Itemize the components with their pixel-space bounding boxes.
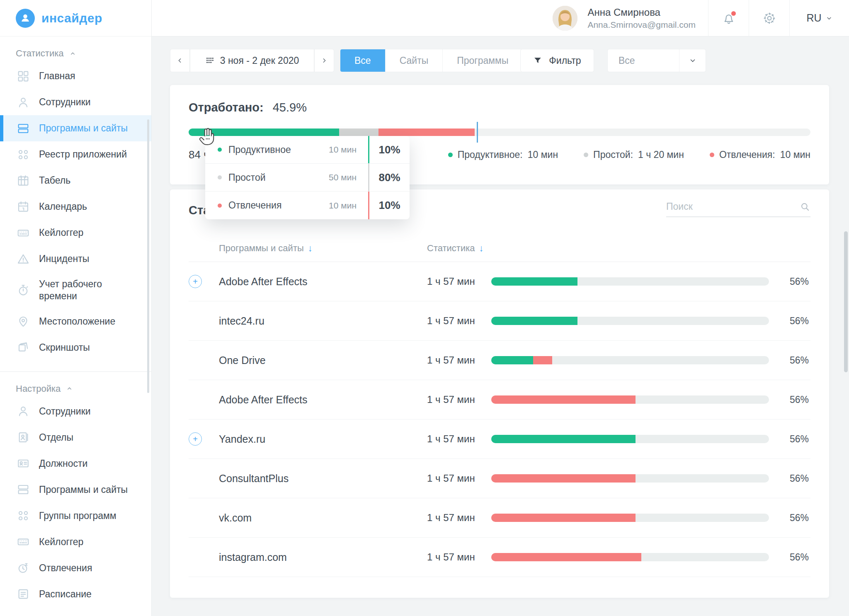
sidebar-section-header[interactable]: Статистика: [0, 48, 151, 63]
sidebar-item-schedule[interactable]: Расписание: [0, 581, 151, 607]
sidebar-item-keyboard[interactable]: Кейлоггер: [0, 529, 151, 555]
row-percent: 56%: [769, 355, 810, 366]
sidebar-item-label: Скриншоты: [39, 342, 90, 354]
sidebar-item-apps[interactable]: Группы программ: [0, 503, 151, 529]
row-bar-segment: [491, 356, 533, 364]
gear-icon: [762, 11, 776, 25]
date-range-picker[interactable]: 3 ноя - 2 дек 2020: [190, 49, 314, 72]
expand-row-button[interactable]: +: [189, 275, 202, 288]
table-row[interactable]: instagram.com1 ч 57 мин56%: [189, 538, 810, 577]
statistics-table-card: Статистика Программы и сайты ↓ Статистик…: [170, 189, 829, 598]
filter-button[interactable]: Фильтр: [520, 49, 594, 72]
sidebar-item-badge[interactable]: Должности: [0, 451, 151, 477]
tooltip-value: 10 мин: [329, 201, 368, 211]
table-row[interactable]: Adobe After Effects1 ч 57 мин56%: [189, 380, 810, 420]
sidebar-nav: СтатистикаГлавнаяСотрудникиПрограммы и с…: [0, 36, 151, 607]
sidebar-item-grid-calendar[interactable]: Табель: [0, 167, 151, 194]
column-header-statistics[interactable]: Статистика ↓: [427, 243, 491, 254]
row-time: 1 ч 57 мин: [427, 315, 491, 327]
sidebar-item-screens[interactable]: Скриншоты: [0, 335, 151, 361]
sort-desc-icon: ↓: [479, 243, 484, 254]
table-row[interactable]: ConsultantPlus1 ч 57 мин56%: [189, 459, 810, 498]
page-scrollbar[interactable]: [844, 231, 848, 372]
tooltip-percent: 10%: [368, 136, 410, 163]
sidebar-item-stopwatch[interactable]: Учет рабочего времени: [0, 272, 151, 308]
tooltip-label: Продуктивное: [228, 144, 291, 155]
progress-marker[interactable]: [477, 122, 478, 143]
legend: Продуктивное:10 минПростой:1 ч 20 минОтв…: [448, 149, 810, 160]
topbar-spacer: [152, 0, 553, 36]
keyboard-icon: [17, 535, 30, 548]
sidebar-item-label: Табель: [39, 175, 70, 187]
sidebar-item-label: Отвлечения: [39, 562, 92, 574]
sidebar-item-pin[interactable]: Местоположение: [0, 308, 151, 335]
row-percent: 56%: [769, 512, 810, 524]
table-row[interactable]: intec24.ru1 ч 57 мин56%: [189, 301, 810, 341]
sidebar-item-apps[interactable]: Реестр приложений: [0, 141, 151, 167]
date-next-button[interactable]: [314, 49, 334, 72]
chevron-down-icon: [689, 57, 696, 64]
row-bar: [491, 317, 769, 325]
sidebar-item-label: Главная: [39, 70, 75, 82]
sidebar-item-user[interactable]: Сотрудники: [0, 398, 151, 424]
bar-tooltip: Продуктивное10 мин10%Простой50 мин80%Отв…: [205, 136, 410, 219]
language-switcher[interactable]: RU: [789, 0, 849, 36]
sidebar-item-windows-active[interactable]: Программы и сайты: [0, 115, 151, 141]
sidebar-section-header[interactable]: Настройка: [0, 383, 151, 398]
scope-select-value: Все: [608, 55, 679, 66]
tooltip-row: Продуктивное10 мин10%: [205, 136, 410, 164]
chevron-right-icon: [321, 57, 327, 64]
screens-icon: [17, 341, 30, 354]
sidebar-item-calendar[interactable]: Календарь: [0, 194, 151, 220]
legend-label: Простой:: [593, 149, 633, 160]
stopwatch-icon: [17, 284, 30, 297]
worked-percent: 45.9%: [273, 101, 307, 114]
sidebar-item-dashboard[interactable]: Главная: [0, 63, 151, 89]
worked-label: Отработано:: [189, 101, 264, 114]
table-row[interactable]: vk.com1 ч 57 мин56%: [189, 498, 810, 538]
schedule-icon: [17, 587, 30, 601]
search-input[interactable]: [666, 201, 800, 212]
row-percent: 56%: [769, 434, 810, 445]
scope-select[interactable]: Все: [607, 49, 706, 72]
table-row[interactable]: +Adobe After Effects1 ч 57 мин56%: [189, 262, 810, 301]
table-row[interactable]: One Drive1 ч 57 мин56%: [189, 341, 810, 380]
date-prev-button[interactable]: [170, 49, 190, 72]
tooltip-row: Простой50 мин80%: [205, 164, 410, 192]
column-header-programs[interactable]: Программы и сайты ↓: [219, 243, 427, 254]
sidebar-item-windows[interactable]: Программы и сайты: [0, 477, 151, 503]
expand-row-button[interactable]: +: [189, 432, 202, 446]
sidebar-item-warning[interactable]: Инциденты: [0, 246, 151, 272]
row-time: 1 ч 57 мин: [427, 433, 491, 445]
scope-select-caret[interactable]: [679, 49, 706, 72]
sidebar-item-user[interactable]: Сотрудники: [0, 89, 151, 115]
tooltip-percent: 80%: [368, 164, 410, 191]
warning-icon: [17, 252, 30, 266]
sidebar-item-label: Отделы: [39, 432, 73, 444]
sidebar-scrollbar[interactable]: [147, 119, 149, 393]
logo[interactable]: инсайдер: [0, 0, 151, 36]
search-icon[interactable]: [800, 201, 810, 212]
windows-icon: [17, 122, 30, 135]
row-percent: 56%: [769, 552, 810, 563]
sort-desc-icon: ↓: [308, 243, 313, 254]
sidebar-item-label: Календарь: [39, 201, 87, 213]
sidebar-item-keyboard[interactable]: Кейлоггер: [0, 220, 151, 246]
worked-progress-bar[interactable]: [189, 129, 810, 136]
table-row[interactable]: +Yandex.ru1 ч 57 мин56%: [189, 420, 810, 459]
notifications-button[interactable]: [708, 0, 749, 36]
tab-все[interactable]: Все: [340, 49, 385, 72]
sidebar-section-label: Статистика: [16, 48, 64, 59]
settings-button[interactable]: [749, 0, 789, 36]
user-profile[interactable]: Анна Смирнова Anna.Smirnova@gmail.com: [553, 0, 708, 36]
sidebar-item-label: Сотрудники: [39, 405, 91, 417]
tooltip-dot: [218, 204, 222, 208]
sidebar-item-label: Расписание: [39, 588, 92, 600]
calendar-icon: [17, 200, 30, 213]
sidebar-item-dept[interactable]: Отделы: [0, 424, 151, 451]
tab-программы[interactable]: Программы: [442, 49, 522, 72]
user-name: Анна Смирнова: [587, 7, 696, 18]
sidebar-item-label: Реестр приложений: [39, 148, 127, 160]
tab-сайты[interactable]: Сайты: [385, 49, 443, 72]
sidebar-item-clock-z[interactable]: Отвлечения: [0, 555, 151, 581]
